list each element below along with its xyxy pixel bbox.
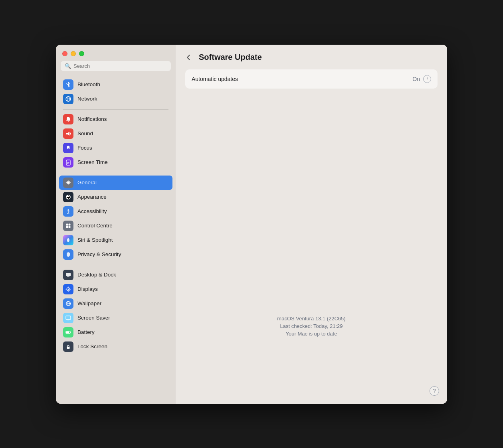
sidebar-list: Bluetooth Network (56, 76, 176, 404)
sidebar-item-network[interactable]: Network (59, 92, 172, 106)
svg-rect-32 (67, 347, 70, 349)
siri-icon (63, 235, 73, 245)
battery-icon (63, 327, 73, 337)
svg-rect-31 (66, 332, 69, 333)
appearance-label: Appearance (77, 194, 107, 200)
screen-saver-label: Screen Saver (77, 315, 110, 321)
appearance-icon (63, 192, 73, 202)
siri-spotlight-label: Siri & Spotlight (77, 237, 113, 243)
sidebar-item-privacy-security[interactable]: Privacy & Security (59, 247, 172, 262)
lock-screen-icon (63, 341, 73, 352)
sound-icon (63, 128, 73, 139)
sidebar-group-connectivity: Bluetooth Network (59, 77, 172, 106)
sidebar-group-display: Desktop & Dock Displays (59, 268, 172, 354)
sidebar-item-desktop-dock[interactable]: Desktop & Dock (59, 268, 172, 282)
sidebar: 🔍 Bluetooth (56, 45, 176, 404)
privacy-icon (63, 249, 73, 260)
svg-marker-3 (66, 132, 69, 136)
up-to-date-message: Your Mac is up to date (286, 331, 337, 337)
sidebar-item-general[interactable]: General (59, 176, 172, 190)
bluetooth-icon (63, 79, 73, 90)
separator-3 (63, 265, 168, 265)
control-centre-label: Control Centre (77, 223, 113, 229)
main-content: Software Update Automatic updates On i m… (176, 45, 447, 404)
sidebar-group-notifications: Notifications Sound (59, 112, 172, 170)
displays-icon (63, 284, 73, 294)
minimize-button[interactable] (71, 51, 76, 56)
desktop-dock-icon (63, 270, 73, 280)
svg-rect-28 (67, 320, 69, 320)
svg-rect-18 (67, 276, 69, 277)
automatic-updates-value: On (412, 76, 420, 82)
svg-point-20 (68, 288, 69, 290)
automatic-updates-row: Automatic updates On i (185, 69, 438, 89)
automatic-updates-label: Automatic updates (192, 76, 238, 82)
separator-2 (63, 173, 168, 173)
help-button[interactable]: ? (430, 386, 439, 396)
battery-label: Battery (77, 329, 95, 335)
accessibility-label: Accessibility (77, 208, 107, 214)
svg-rect-30 (71, 332, 71, 333)
wallpaper-icon (63, 298, 73, 309)
status-info: macOS Ventura 13.1 (22C65) Last checked:… (176, 249, 447, 404)
sidebar-item-appearance[interactable]: Appearance (59, 190, 172, 204)
separator-1 (63, 109, 168, 110)
back-button[interactable] (183, 52, 194, 63)
page-title: Software Update (199, 53, 262, 62)
sidebar-item-lock-screen[interactable]: Lock Screen (59, 339, 172, 354)
macos-version: macOS Ventura 13.1 (22C65) (277, 316, 345, 322)
screen-saver-icon (63, 313, 73, 323)
help-icon: ? (433, 388, 436, 394)
sidebar-item-focus[interactable]: Focus (59, 141, 172, 155)
svg-point-11 (68, 209, 69, 210)
control-centre-icon (63, 221, 73, 231)
sidebar-item-wallpaper[interactable]: Wallpaper (59, 296, 172, 311)
focus-icon (63, 143, 73, 153)
automatic-updates-controls: On i (412, 75, 431, 83)
general-label: General (77, 180, 97, 186)
lock-screen-label: Lock Screen (77, 343, 107, 349)
screen-time-icon (63, 157, 73, 168)
close-button[interactable] (62, 51, 67, 56)
fullscreen-button[interactable] (79, 51, 84, 56)
bluetooth-label: Bluetooth (77, 81, 100, 87)
main-body: Automatic updates On i (176, 69, 447, 225)
notifications-label: Notifications (77, 116, 107, 122)
desktop-dock-label: Desktop & Dock (77, 272, 116, 278)
sidebar-item-notifications[interactable]: Notifications (59, 112, 172, 126)
sidebar-item-bluetooth[interactable]: Bluetooth (59, 77, 172, 92)
sidebar-item-control-centre[interactable]: Control Centre (59, 219, 172, 233)
sound-label: Sound (77, 130, 93, 136)
svg-rect-15 (69, 226, 71, 228)
displays-label: Displays (77, 286, 98, 292)
svg-rect-17 (66, 273, 71, 276)
info-button[interactable]: i (423, 75, 431, 83)
focus-label: Focus (77, 145, 92, 151)
last-checked: Last checked: Today, 21:29 (280, 323, 343, 329)
network-icon (63, 94, 73, 104)
network-label: Network (77, 96, 97, 102)
sidebar-item-siri-spotlight[interactable]: Siri & Spotlight (59, 233, 172, 247)
sidebar-item-screen-saver[interactable]: Screen Saver (59, 311, 172, 325)
svg-rect-27 (66, 316, 71, 320)
sidebar-item-displays[interactable]: Displays (59, 282, 172, 296)
search-icon: 🔍 (65, 63, 71, 69)
sidebar-item-accessibility[interactable]: Accessibility (59, 204, 172, 219)
notifications-icon (63, 114, 73, 124)
info-icon: i (426, 76, 428, 82)
wallpaper-label: Wallpaper (77, 300, 101, 306)
titlebar (56, 45, 176, 61)
privacy-security-label: Privacy & Security (77, 251, 121, 257)
accessibility-icon (63, 206, 73, 217)
sidebar-group-system: General (59, 176, 172, 262)
sidebar-item-battery[interactable]: Battery (59, 325, 172, 339)
svg-point-16 (67, 238, 69, 242)
screen-time-label: Screen Time (77, 159, 108, 165)
search-input[interactable] (73, 63, 167, 69)
general-icon (63, 178, 73, 188)
search-bar[interactable]: 🔍 (61, 61, 171, 71)
svg-rect-12 (66, 223, 68, 225)
svg-rect-13 (69, 223, 71, 225)
sidebar-item-screen-time[interactable]: Screen Time (59, 155, 172, 170)
sidebar-item-sound[interactable]: Sound (59, 126, 172, 141)
